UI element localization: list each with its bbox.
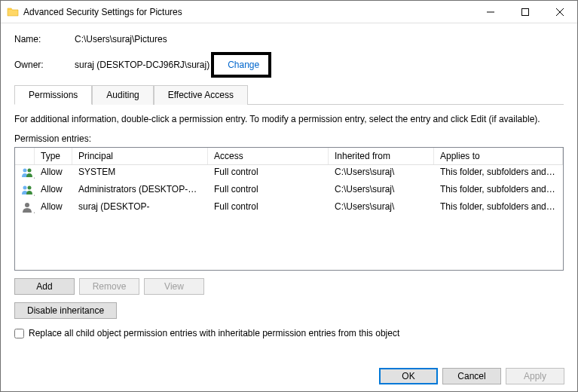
user-icon: [15, 201, 35, 216]
name-row: Name: C:\Users\suraj\Pictures: [14, 34, 564, 44]
cell-access: Full control: [208, 201, 329, 216]
owner-text: suraj (DESKTOP-DCJ96RJ\suraj): [75, 60, 209, 70]
svg-point-5: [28, 169, 32, 173]
name-value: C:\Users\suraj\Pictures: [75, 34, 167, 44]
users-group-icon: [15, 166, 35, 182]
column-type[interactable]: Type: [35, 148, 72, 164]
remove-button: Remove: [79, 278, 139, 295]
replace-checkbox[interactable]: [14, 329, 24, 338]
titlebar: Advanced Security Settings for Pictures: [1, 1, 577, 23]
tabs: Permissions Auditing Effective Access: [14, 85, 564, 105]
cell-applies: This folder, subfolders and files: [434, 201, 563, 216]
ok-button[interactable]: OK: [379, 368, 438, 384]
column-applies[interactable]: Applies to: [434, 148, 563, 164]
grid-header: Type Principal Access Inherited from App…: [15, 148, 563, 165]
folder-security-icon: [7, 6, 19, 18]
inheritance-row: Disable inheritance: [14, 302, 564, 319]
table-row[interactable]: AllowSYSTEMFull controlC:\Users\suraj\Th…: [15, 165, 563, 182]
permission-entries-label: Permission entries:: [14, 133, 564, 144]
cell-inherited: C:\Users\suraj\: [329, 183, 434, 199]
change-owner-link[interactable]: Change: [228, 60, 259, 70]
svg-point-6: [23, 186, 27, 190]
column-access[interactable]: Access: [208, 148, 329, 164]
cell-type: Allow: [35, 166, 72, 182]
content-area: Name: C:\Users\suraj\Pictures Owner: sur…: [1, 23, 577, 346]
minimize-button[interactable]: [473, 1, 508, 23]
dialog-footer: OK Cancel Apply: [0, 360, 578, 392]
owner-value: suraj (DESKTOP-DCJ96RJ\suraj) Change: [75, 52, 271, 78]
column-icon[interactable]: [15, 148, 35, 164]
owner-row: Owner: suraj (DESKTOP-DCJ96RJ\suraj) Cha…: [14, 52, 564, 78]
svg-rect-1: [522, 8, 529, 15]
cell-access: Full control: [208, 166, 329, 182]
cell-access: Full control: [208, 183, 329, 199]
cell-type: Allow: [35, 201, 72, 216]
column-principal[interactable]: Principal: [72, 148, 208, 164]
grid-body: AllowSYSTEMFull controlC:\Users\suraj\Th…: [15, 165, 563, 217]
window-title: Advanced Security Settings for Pictures: [23, 7, 473, 17]
cell-inherited: C:\Users\suraj\: [329, 201, 434, 216]
cell-inherited: C:\Users\suraj\: [329, 166, 434, 182]
disable-inheritance-button[interactable]: Disable inheritance: [14, 302, 117, 319]
cell-type: Allow: [35, 183, 72, 199]
change-highlight: Change: [211, 52, 271, 78]
cell-applies: This folder, subfolders and files: [434, 183, 563, 199]
svg-point-7: [28, 186, 32, 190]
owner-label: Owner:: [14, 60, 75, 70]
table-row[interactable]: AllowAdministrators (DESKTOP-DC...Full c…: [15, 182, 563, 200]
cell-principal: suraj (DESKTOP-: [72, 201, 208, 216]
tab-effective-access[interactable]: Effective Access: [154, 85, 248, 105]
close-button[interactable]: [543, 1, 577, 23]
permission-grid[interactable]: Type Principal Access Inherited from App…: [14, 147, 564, 271]
cell-principal: Administrators (DESKTOP-DC...: [72, 183, 208, 199]
add-button[interactable]: Add: [14, 278, 75, 295]
tab-permissions[interactable]: Permissions: [14, 85, 92, 105]
cancel-button[interactable]: Cancel: [442, 368, 501, 384]
permission-buttons: Add Remove View: [14, 278, 564, 295]
table-row[interactable]: Allowsuraj (DESKTOP-Full controlC:\Users…: [15, 200, 563, 217]
users-group-icon: [15, 183, 35, 199]
replace-checkbox-row: Replace all child object permission entr…: [14, 328, 564, 338]
cell-principal: SYSTEM: [72, 166, 208, 182]
instruction-text: For additional information, double-click…: [14, 114, 564, 124]
replace-checkbox-label[interactable]: Replace all child object permission entr…: [29, 328, 399, 338]
view-button: View: [144, 278, 204, 295]
column-inherited[interactable]: Inherited from: [329, 148, 434, 164]
maximize-button[interactable]: [508, 1, 543, 23]
name-label: Name:: [14, 34, 75, 44]
apply-button: Apply: [506, 368, 564, 384]
svg-point-4: [23, 169, 27, 173]
tab-auditing[interactable]: Auditing: [92, 85, 153, 105]
svg-point-8: [25, 203, 29, 207]
cell-applies: This folder, subfolders and files: [434, 166, 563, 182]
